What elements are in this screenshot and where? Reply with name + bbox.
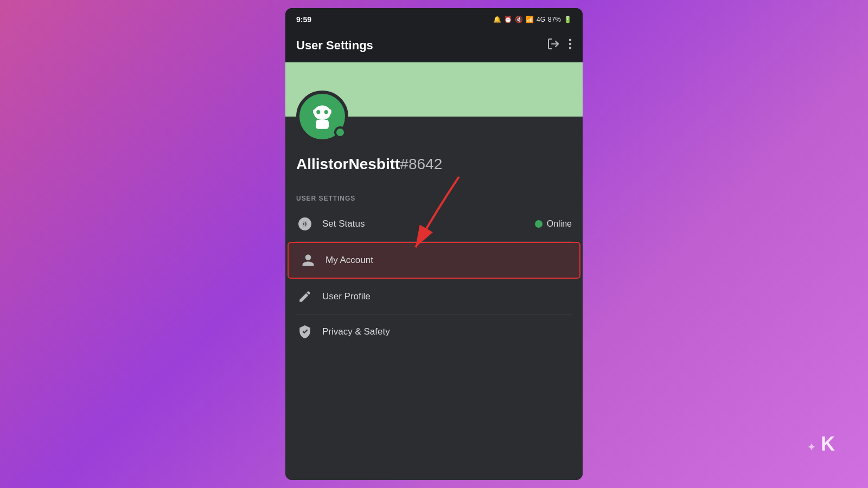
header-actions: [547, 37, 572, 54]
mute-icon: 🔇: [515, 16, 523, 23]
svg-point-5: [316, 110, 320, 114]
status-icons: 🔔 ⏰ 🔇 📶 4G 87% 🔋: [493, 16, 572, 23]
watermark: ✦ K: [807, 433, 835, 455]
shield-icon: [298, 325, 312, 339]
online-indicator: [334, 126, 346, 138]
svg-rect-7: [316, 120, 329, 129]
page-title: User Settings: [296, 38, 373, 53]
watermark-symbol: ✦: [807, 442, 816, 453]
privacy-safety-item[interactable]: Privacy & Safety: [285, 314, 583, 349]
discriminator: #8642: [400, 156, 442, 172]
shield-icon-container: [296, 323, 314, 341]
app-header: User Settings: [285, 30, 583, 62]
watermark-text: K: [821, 433, 835, 455]
more-icon: [569, 38, 572, 50]
status-indicator: Online: [535, 219, 572, 229]
account-icon: [301, 253, 315, 267]
section-label: USER SETTINGS: [285, 184, 583, 207]
status-icon: [298, 217, 312, 231]
my-account-item[interactable]: My Account: [288, 242, 580, 279]
status-time: 9:59: [296, 15, 311, 24]
svg-point-3: [569, 47, 572, 49]
svg-point-2: [569, 43, 572, 46]
notification-icon: 🔔: [493, 16, 501, 23]
status-text: Online: [547, 219, 572, 229]
online-dot: [535, 220, 542, 228]
phone-container: 9:59 🔔 ⏰ 🔇 📶 4G 87% 🔋 User Settings: [285, 8, 583, 480]
wifi-icon: 📶: [526, 16, 534, 23]
more-button[interactable]: [569, 38, 572, 53]
logout-icon: [547, 37, 560, 50]
privacy-safety-label: Privacy & Safety: [322, 326, 572, 337]
profile-icon-container: [296, 288, 314, 305]
avatar-area: [285, 117, 583, 151]
status-icon-container: [296, 215, 314, 233]
set-status-item[interactable]: Set Status Online: [285, 207, 583, 241]
set-status-label: Set Status: [322, 219, 526, 229]
battery-level: 87%: [548, 16, 561, 23]
my-account-label: My Account: [326, 255, 569, 266]
avatar-wrapper: [296, 91, 348, 143]
account-icon-container: [299, 252, 317, 269]
profile-icon: [298, 290, 312, 304]
signal-icon: 4G: [537, 16, 545, 23]
username-text: AllistorNesbitt: [296, 156, 400, 172]
alarm-icon: ⏰: [504, 16, 512, 23]
user-profile-label: User Profile: [322, 291, 572, 302]
svg-point-6: [324, 110, 328, 114]
avatar-image: [306, 100, 339, 133]
settings-section: USER SETTINGS Set Status Online: [285, 184, 583, 480]
username: AllistorNesbitt#8642: [296, 156, 572, 173]
svg-rect-8: [313, 110, 316, 114]
username-area: AllistorNesbitt#8642: [285, 151, 583, 184]
user-profile-item[interactable]: User Profile: [285, 279, 583, 314]
svg-rect-9: [329, 110, 331, 114]
status-bar: 9:59 🔔 ⏰ 🔇 📶 4G 87% 🔋: [285, 8, 583, 30]
svg-point-1: [569, 38, 572, 41]
battery-icon: 🔋: [564, 16, 572, 23]
logout-button[interactable]: [547, 37, 560, 54]
